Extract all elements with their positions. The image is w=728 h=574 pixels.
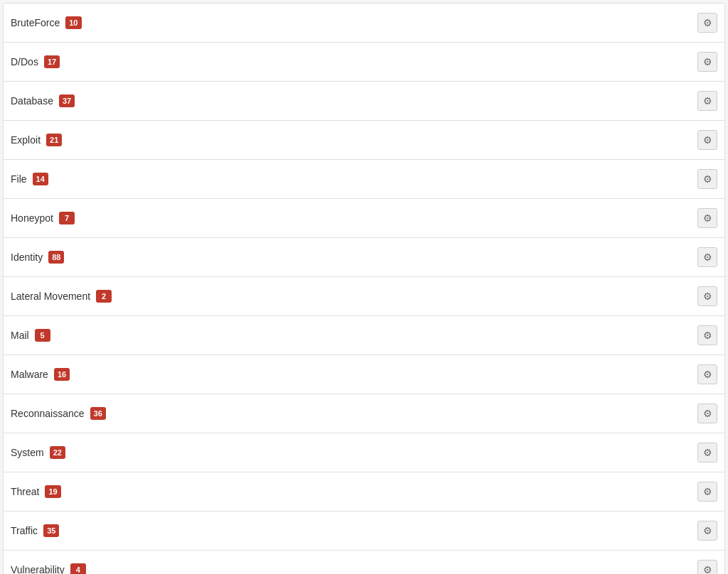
item-label: File [11, 173, 27, 185]
list-item: BruteForce10⚙ [4, 4, 724, 43]
item-label: Malware [11, 369, 48, 380]
item-left-group: Exploit21 [11, 134, 62, 146]
item-count-badge: 7 [59, 212, 75, 224]
gear-button[interactable]: ⚙ [697, 130, 717, 150]
gear-button[interactable]: ⚙ [697, 52, 717, 72]
item-count-badge: 10 [65, 16, 81, 29]
gear-button[interactable]: ⚙ [697, 13, 717, 33]
list-item: Traffic35⚙ [4, 511, 724, 551]
list-item: D/Dos17⚙ [4, 43, 724, 82]
item-left-group: Identity88 [11, 251, 64, 264]
item-label: Honeypot [11, 212, 53, 224]
item-left-group: Reconnaissance36 [11, 407, 106, 420]
item-left-group: File14 [11, 173, 48, 185]
list-item: Lateral Movement2⚙ [4, 277, 724, 316]
item-left-group: Mail5 [11, 329, 50, 342]
item-left-group: System22 [11, 446, 65, 459]
item-label: Reconnaissance [11, 408, 85, 419]
item-count-badge: 2 [96, 290, 112, 303]
gear-button[interactable]: ⚙ [697, 521, 717, 541]
item-count-badge: 17 [44, 55, 60, 68]
item-left-group: Honeypot7 [11, 212, 75, 224]
list-item: Honeypot7⚙ [4, 199, 724, 238]
gear-button[interactable]: ⚙ [697, 325, 717, 345]
list-item: Threat19⚙ [4, 472, 724, 511]
gear-button[interactable]: ⚙ [697, 443, 717, 462]
list-item: System22⚙ [4, 433, 724, 472]
gear-button[interactable]: ⚙ [697, 482, 717, 502]
item-left-group: BruteForce10 [11, 16, 82, 29]
list-item: Identity88⚙ [4, 238, 724, 277]
category-list: BruteForce10⚙D/Dos17⚙Database37⚙Exploit2… [3, 3, 725, 574]
item-label: Vulnerability [11, 564, 65, 574]
item-left-group: Malware16 [11, 368, 70, 381]
item-left-group: D/Dos17 [11, 55, 60, 68]
gear-button[interactable]: ⚙ [697, 169, 717, 189]
item-count-badge: 35 [43, 524, 59, 537]
list-item: Database37⚙ [4, 82, 724, 121]
item-left-group: Database37 [11, 94, 75, 107]
item-label: Threat [11, 486, 39, 497]
gear-button[interactable]: ⚙ [697, 91, 717, 111]
list-item: Malware16⚙ [4, 355, 724, 394]
list-item: Reconnaissance36⚙ [4, 394, 724, 433]
item-label: BruteForce [11, 17, 60, 28]
item-count-badge: 37 [59, 94, 75, 107]
item-left-group: Lateral Movement2 [11, 290, 112, 303]
item-count-badge: 14 [33, 173, 48, 185]
gear-button[interactable]: ⚙ [697, 560, 717, 574]
gear-button[interactable]: ⚙ [697, 208, 717, 228]
gear-button[interactable]: ⚙ [697, 247, 717, 267]
item-left-group: Threat19 [11, 485, 61, 498]
list-item: File14⚙ [4, 160, 724, 199]
item-count-badge: 22 [50, 446, 65, 459]
item-label: Traffic [11, 525, 38, 536]
item-label: Mail [11, 330, 29, 341]
item-count-badge: 4 [70, 563, 86, 574]
list-item: Mail5⚙ [4, 316, 724, 355]
item-left-group: Vulnerability4 [11, 563, 86, 574]
gear-button[interactable]: ⚙ [697, 404, 717, 423]
item-label: Lateral Movement [11, 291, 90, 302]
gear-button[interactable]: ⚙ [697, 286, 717, 306]
item-count-badge: 36 [90, 407, 106, 420]
item-count-badge: 21 [46, 134, 62, 146]
item-count-badge: 16 [54, 368, 70, 381]
list-item: Vulnerability4⚙ [4, 551, 724, 574]
list-item: Exploit21⚙ [4, 121, 724, 160]
item-count-badge: 5 [35, 329, 50, 342]
item-label: D/Dos [11, 56, 38, 67]
item-label: Identity [11, 251, 43, 263]
item-count-badge: 88 [48, 251, 64, 264]
item-count-badge: 19 [45, 485, 60, 498]
gear-button[interactable]: ⚙ [697, 364, 717, 384]
item-left-group: Traffic35 [11, 524, 59, 537]
item-label: Exploit [11, 134, 41, 146]
item-label: Database [11, 95, 53, 107]
item-label: System [11, 447, 44, 458]
